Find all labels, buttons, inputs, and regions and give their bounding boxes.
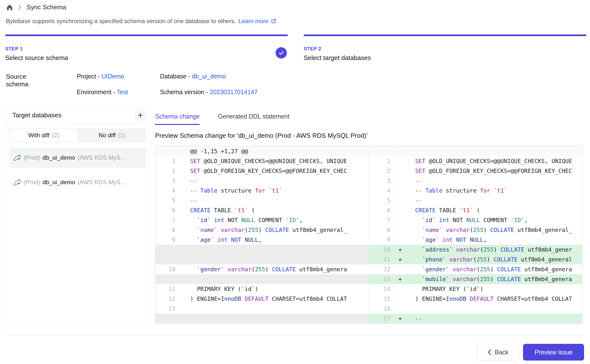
line-number: 15 [369, 294, 394, 304]
description-text: Bytebase supports synchronizing a specif… [6, 18, 236, 25]
line-number [156, 255, 179, 264]
line-number: 12 [369, 264, 394, 274]
diff-right-cell: 3-- [369, 176, 582, 186]
diff-add-marker: + [394, 314, 412, 323]
line-number: 13 [369, 274, 394, 284]
line-number: 3 [156, 176, 179, 186]
breadcrumb: Sync Schema [6, 3, 66, 11]
code-line [179, 255, 369, 264]
diff-add-marker: + [394, 274, 412, 284]
diff-left-cell: 10 `gender` varchar(255) COLLATE utf8mb4… [156, 264, 369, 274]
line-number: 7 [156, 215, 179, 225]
diff-right-cell: 6CREATE TABLE `t1` ( [369, 205, 582, 215]
diff-left-cell: 12) ENGINE=InnoDB DEFAULT CHARSET=utf8mb… [156, 294, 369, 304]
diff-left-cell: 13 [156, 304, 369, 314]
db-instance: (AWS RDS MyS… [78, 154, 126, 161]
back-button[interactable]: Back [477, 344, 519, 361]
schema-diff-viewer: @@ -1,15 +1,27 @@1SET @OLD_UNIQUE_CHECKS… [155, 146, 583, 324]
source-environment: Environment - Test [77, 89, 128, 96]
target-db-item[interactable]: (Prod)db_ui_demo(AWS RDS MyS… [9, 172, 146, 193]
step-2: STEP 2 Select target databases [304, 34, 586, 62]
environment-link[interactable]: Test [117, 89, 128, 95]
diff-row: 1316 [156, 304, 582, 314]
mysql-icon [13, 153, 21, 162]
diff-row: @@ -1,15 +1,27 @@ [156, 146, 582, 156]
diff-add-marker [394, 225, 412, 235]
tab-generated-ddl[interactable]: Generated DDL statement [218, 113, 290, 125]
diff-left-cell: 8 `name` varchar(255) COLLATE utf8mb4_ge… [156, 225, 369, 235]
code-line: SET @OLD_UNIQUE_CHECKS=@@UNIQUE_CHECKS, … [412, 156, 582, 166]
line-number: 14 [369, 284, 394, 294]
code-line: -- [412, 176, 582, 186]
line-number: 3 [369, 176, 394, 186]
mysql-icon [13, 178, 21, 186]
code-line: CREATE TABLE `t1` ( [412, 205, 582, 215]
target-databases-title: Target databases [12, 111, 61, 119]
code-line: -- [179, 176, 369, 186]
line-number [156, 274, 179, 284]
diff-add-marker: + [394, 245, 412, 255]
diff-left-cell: 9 `age` int NOT NULL, [156, 235, 369, 245]
diff-row: 6CREATE TABLE `t1` (6CREATE TABLE `t1` ( [156, 205, 582, 215]
source-schema-label: Source schema [6, 73, 28, 88]
project-link[interactable]: UIDemo [101, 73, 124, 80]
code-line: `id` int NOT NULL COMMENT 'ID', [412, 215, 582, 225]
line-number: 6 [156, 205, 179, 215]
diff-add-marker [394, 235, 412, 245]
code-line: SET @OLD_UNIQUE_CHECKS=@@UNIQUE_CHECKS, … [179, 156, 369, 166]
home-icon[interactable] [6, 4, 13, 11]
diff-right-cell: 4-- Table structure for `t1` [369, 186, 582, 196]
db-environment: (Prod) [24, 154, 40, 161]
schema-version-link[interactable]: 20230317014147 [210, 89, 258, 95]
diff-row: 1SET @OLD_UNIQUE_CHECKS=@@UNIQUE_CHECKS,… [156, 156, 582, 166]
diff-left-cell [156, 314, 369, 323]
code-line: `name` varchar(255) COLLATE utf8mb4_gene… [179, 225, 369, 235]
add-target-database-button[interactable]: + [135, 110, 146, 121]
target-databases-panel: Target databases + With diff(2) No diff(… [5, 106, 150, 327]
source-schema-version: Schema version - 20230317014147 [160, 89, 258, 96]
diff-left-cell [156, 255, 369, 264]
diff-filter-tabs: With diff(2) No diff(1) [9, 128, 146, 142]
code-line: -- Table structure for `t1` [179, 186, 369, 196]
code-line: -- Table structure for `t1` [412, 186, 582, 196]
diff-add-marker [394, 304, 412, 314]
diff-left-cell [156, 274, 369, 284]
target-db-item[interactable]: (Prod)db_ui_demo(AWS RDS MyS… [9, 147, 146, 168]
line-number: 12 [156, 294, 179, 304]
line-number: 10 [156, 264, 179, 274]
step-2-progress-bar [304, 34, 586, 36]
code-line [179, 274, 369, 284]
learn-more-link[interactable]: Learn more [238, 18, 277, 25]
line-number: 7 [369, 215, 394, 225]
code-line: CREATE TABLE `t1` ( [179, 205, 369, 215]
preview-title: Preview Schema change for 'db_ui_demo (P… [155, 132, 367, 139]
step-2-label: STEP 2 [304, 46, 586, 52]
tab-schema-change[interactable]: Schema change [155, 113, 200, 125]
line-number [156, 146, 179, 156]
diff-left-cell: 5-- [156, 196, 369, 205]
diff-right-cell: 15) ENGINE=InnoDB DEFAULT CHARSET=utf8mb… [369, 294, 582, 304]
sync-schema-page: Sync Schema Bytebase supports synchroniz… [0, 0, 590, 364]
diff-row: 3--3-- [156, 176, 582, 186]
tab-no-diff[interactable]: No diff(1) [78, 128, 146, 142]
diff-right-cell: 2SET @OLD_FOREIGN_KEY_CHECKS=@@FOREIGN_K… [369, 166, 582, 176]
diff-row: 13+ `mobile` varchar(255) COLLATE utf8mb… [156, 274, 582, 284]
diff-add-marker [394, 264, 412, 274]
diff-row: 5--5-- [156, 196, 582, 205]
diff-add-marker [394, 146, 412, 156]
target-db-list: (Prod)db_ui_demo(AWS RDS MyS…(Prod)db_ui… [9, 147, 146, 193]
database-link[interactable]: db_ui_demo [192, 73, 226, 80]
diff-add-marker [394, 176, 412, 186]
line-number: 4 [369, 186, 394, 196]
diff-add-marker [394, 284, 412, 294]
db-instance: (AWS RDS MyS… [78, 179, 126, 186]
diff-row: 8 `name` varchar(255) COLLATE utf8mb4_ge… [156, 225, 582, 235]
preview-issue-button[interactable]: Preview issue [523, 344, 584, 361]
diff-left-cell [156, 245, 369, 255]
diff-add-marker [394, 166, 412, 176]
code-line: ) ENGINE=InnoDB DEFAULT CHARSET=utf8mb4 … [412, 294, 582, 304]
diff-add-marker [394, 156, 412, 166]
line-number: 1 [156, 156, 179, 166]
diff-add-marker: + [394, 255, 412, 264]
tab-with-diff[interactable]: With diff(2) [9, 128, 78, 142]
